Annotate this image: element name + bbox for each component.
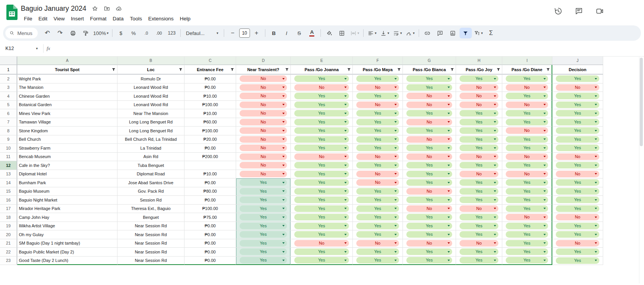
dropdown-chip[interactable]: Yes [556,197,599,203]
cell-decision[interactable]: Yes [552,101,603,110]
cell-decision[interactable]: Yes [552,205,603,213]
cell-spot[interactable]: The Mansion [17,83,117,92]
cell-near[interactable]: No [236,118,291,127]
insert-link-button[interactable] [421,28,434,38]
dropdown-chip[interactable]: Yes [406,127,452,134]
cell-joy[interactable]: Yes [456,118,502,127]
dropdown-chip[interactable]: Yes [240,240,287,247]
dropdown-chip[interactable]: Yes [406,257,452,263]
text-rotation-button[interactable]: A ▾ [404,28,416,38]
cell-bianca[interactable]: Yes [403,257,456,265]
dropdown-chip[interactable]: No [406,240,452,247]
row-number-9[interactable]: 9 [0,135,17,144]
row-number-8[interactable]: 8 [0,127,17,135]
dropdown-chip[interactable]: Yes [294,127,349,134]
row-number-1[interactable]: 1 [0,65,17,75]
dropdown-chip[interactable]: No [556,214,599,220]
cell-loc[interactable]: Session Rd [117,196,184,205]
cell-spot[interactable]: Diplomat Hotel [17,170,117,179]
dropdown-chip[interactable]: No [460,205,498,212]
cell-joanna[interactable]: Yes [291,144,353,153]
dropdown-chip[interactable]: No [240,75,287,82]
cell-joy[interactable]: Yes [456,178,502,187]
cell-bianca[interactable]: No [403,153,456,162]
italic-button[interactable]: I [280,28,293,38]
dropdown-chip[interactable]: No [356,171,399,177]
cell-maya[interactable]: Yes [353,196,403,205]
cell-bianca[interactable]: No [403,205,456,213]
scrollbar-thumb[interactable] [640,58,643,146]
column-header-G[interactable]: G [403,57,456,65]
cell-joanna[interactable]: Yes [291,222,353,231]
cell-loc[interactable]: Near Session Rd [117,239,184,248]
bold-button[interactable]: B [268,28,280,38]
cell-diane[interactable]: Yes [502,109,552,118]
dropdown-chip[interactable]: Yes [556,188,599,195]
menus-search-button[interactable]: Menus [5,28,38,38]
dropdown-chip[interactable]: No [356,240,399,247]
cell-decision[interactable]: Yes [552,257,603,265]
dropdown-chip[interactable]: No [356,102,399,108]
dropdown-chip[interactable]: No [556,240,599,247]
cell-diane[interactable]: Yes [502,205,552,213]
version-history-icon[interactable] [554,7,562,15]
dropdown-chip[interactable]: Yes [460,214,498,220]
row-number-4[interactable]: 4 [0,92,17,101]
cell-joanna[interactable]: Yes [291,135,353,144]
cell-spot[interactable]: Baguio Public Market (Day 2) [17,248,117,257]
dropdown-chip[interactable]: Yes [556,102,599,108]
dropdown-chip[interactable]: Yes [556,110,599,117]
cell-diane[interactable]: No [502,127,552,135]
document-title[interactable]: Baguio January 2024 [21,5,86,13]
dropdown-chip[interactable]: No [356,84,399,91]
column-header-A[interactable]: A [17,57,117,65]
dropdown-chip[interactable]: Yes [294,223,349,229]
cell-spot[interactable]: Botanical Garden [17,101,117,110]
cell-bianca[interactable]: Yes [403,75,456,83]
paint-format-button[interactable] [79,28,92,38]
dropdown-chip[interactable]: Yes [506,75,548,82]
cell-loc[interactable]: Tuba Benguet [117,161,184,170]
dropdown-chip[interactable]: No [240,102,287,108]
dropdown-chip[interactable]: No [506,153,548,160]
dropdown-chip[interactable]: No [240,162,287,168]
cell-near[interactable]: Yes [236,239,291,248]
dropdown-chip[interactable]: No [240,145,287,151]
comments-icon[interactable] [575,7,583,15]
cell-spot[interactable]: Burnham Park [17,178,117,187]
dropdown-chip[interactable]: Yes [406,197,452,203]
dropdown-chip[interactable]: No [294,153,349,160]
dropdown-chip[interactable]: Yes [556,75,599,82]
row-number-22[interactable]: 22 [0,248,17,257]
cell-bianca[interactable]: Yes [403,213,456,222]
dropdown-chip[interactable]: Yes [240,248,287,255]
cell-joanna[interactable]: No [291,83,353,92]
menu-view[interactable]: View [50,15,68,23]
cell-fee[interactable]: ₱80.00 [184,187,236,196]
dropdown-chip[interactable]: Yes [356,145,399,151]
cell-loc[interactable]: Leonard Wood Rd [117,101,184,110]
merge-cells-button[interactable]: ▾ [349,28,361,38]
dropdown-chip[interactable]: Yes [406,179,452,186]
cell-diane[interactable]: Yes [502,222,552,231]
dropdown-chip[interactable]: Yes [506,119,548,125]
cell-diane[interactable]: Yes [502,187,552,196]
row-number-19[interactable]: 19 [0,222,17,231]
font-selector[interactable]: Defaul... ▾ [183,28,221,38]
dropdown-chip[interactable]: No [240,127,287,134]
decrease-font-size-button[interactable]: − [226,28,239,38]
cell-maya[interactable]: Yes [353,127,403,135]
dropdown-chip[interactable]: Yes [556,223,599,229]
cell-maya[interactable]: No [353,170,403,179]
column-header-J[interactable]: J [552,57,603,65]
dropdown-chip[interactable]: No [294,84,349,91]
cell-maya[interactable]: Yes [353,161,403,170]
column-header-C[interactable]: C [184,57,236,65]
cell-fee[interactable]: ₱0.00 [184,75,236,83]
cell-bianca[interactable]: Yes [403,161,456,170]
cell-fee[interactable]: ₱20.00 [184,135,236,144]
cell-fee[interactable]: ₱0.00 [184,230,236,239]
cell-joy[interactable]: No [456,101,502,110]
dropdown-chip[interactable]: Yes [506,162,548,168]
cell-spot[interactable]: Bencab Museum [17,153,117,162]
